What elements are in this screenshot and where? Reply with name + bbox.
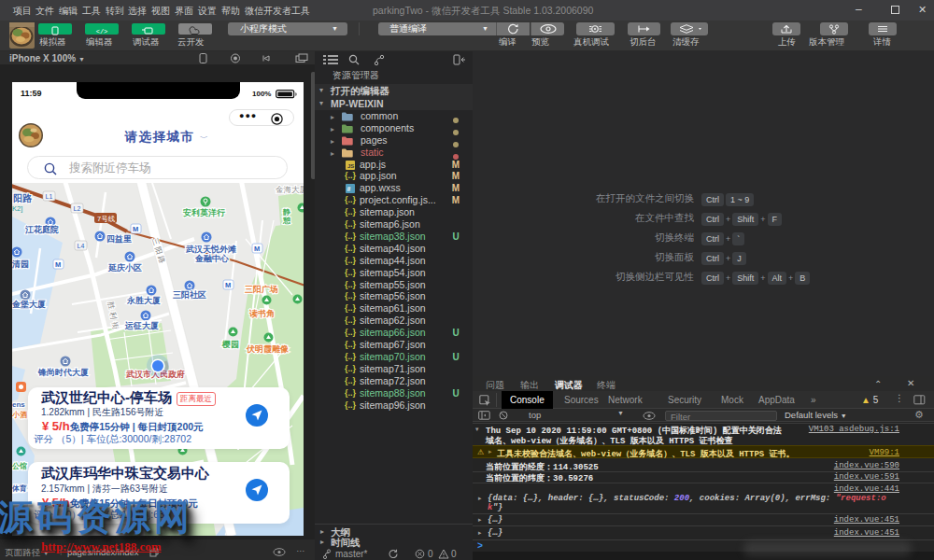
svg-text:小酒: 小酒 [12, 411, 28, 419]
svg-text:L2: L2 [74, 205, 81, 212]
svg-text:锋尚时代大厦: 锋尚时代大厦 [37, 368, 89, 377]
svg-text:三阳社区: 三阳社区 [173, 290, 206, 300]
svg-text:安利英洋行: 安利英洋行 [182, 207, 226, 217]
svg-text:金融中心: 金融中心 [194, 254, 229, 263]
svg-text:#: # [347, 186, 351, 192]
svg-text:清园: 清园 [12, 259, 29, 269]
svg-text:读书角: 读书角 [248, 309, 275, 318]
svg-text:M: M [55, 260, 61, 269]
svg-text:公馆: 公馆 [12, 461, 27, 470]
svg-text:M: M [254, 245, 260, 253]
svg-text:</>: </> [96, 28, 108, 35]
svg-text:憩: 憩 [282, 217, 291, 225]
svg-text:JS: JS [347, 163, 354, 169]
svg-text:M: M [225, 281, 231, 289]
svg-text:阳路: 阳路 [13, 193, 33, 203]
svg-text:武汉天悦外滩: 武汉天悦外滩 [185, 245, 236, 254]
svg-text:K2]: K2] [12, 204, 22, 213]
svg-text:江花庭院: 江花庭院 [24, 225, 59, 234]
svg-text:延庆小区: 延庆小区 [107, 263, 142, 273]
svg-text:伏明霞雕像: 伏明霞雕像 [246, 344, 290, 354]
svg-text:7号线: 7号线 [97, 215, 116, 223]
svg-text:三阳广场: 三阳广场 [245, 285, 278, 294]
svg-text:樱园: 樱园 [221, 340, 239, 349]
svg-text:静: 静 [282, 208, 290, 217]
svg-text:ens: ens [12, 400, 25, 409]
svg-text:M: M [133, 225, 138, 233]
svg-text:体育: 体育 [12, 483, 27, 493]
svg-text:四益里: 四益里 [106, 234, 132, 244]
svg-text:金堡大厦: 金堡大厦 [12, 300, 46, 309]
svg-text:L4: L4 [78, 243, 85, 249]
svg-text:永胜大厦: 永胜大厦 [126, 296, 161, 305]
svg-text:运征大厦: 运征大厦 [124, 321, 159, 330]
svg-text:L1: L1 [46, 193, 53, 200]
svg-text:金海大厦: 金海大厦 [276, 185, 304, 194]
